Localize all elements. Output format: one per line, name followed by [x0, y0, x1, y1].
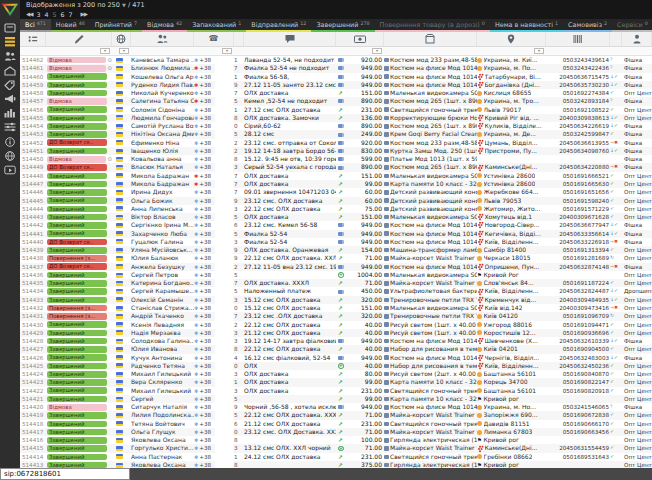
table-row[interactable]: 514442ЗавершенийСергієнко Ірина М...❄+38… [20, 221, 652, 229]
table-row[interactable]: 514445ЗавершенийОльга Божик❄+38923.12 см… [20, 197, 652, 205]
table-row[interactable]: 514430ЗавершенийКсенія Левадняя❄+38222.1… [20, 321, 652, 329]
delivery-address: Житомир, Жито... [484, 205, 541, 213]
tab-Всі[interactable]: Всі471 [20, 19, 51, 32]
table-row[interactable]: 514453ЗавершенийНікітіна Оксана Дми...❄+… [20, 130, 652, 138]
table-row[interactable]: 514433ЗавершенийОлексій Семанін❄+38315.1… [20, 296, 652, 304]
table-row[interactable]: 514456ЗавершенийСоломія Сідоніна❄+38127.… [20, 106, 652, 114]
table-row[interactable]: 514424ЗавершенийМихаил Гилецький❄+383ОЛХ… [20, 370, 652, 378]
table-row[interactable]: 514432Повернення (з...Станіслав Стрижа..… [20, 304, 652, 312]
page-button-3[interactable]: 3 [36, 11, 40, 18]
table-row[interactable]: 514419ЗавершенийЛилия Подолинска...❄+385… [20, 411, 652, 419]
info-icon[interactable] [4, 137, 16, 147]
table-row[interactable]: 514431Повернення (з...Андрій Ткаченко❄+3… [20, 312, 652, 320]
table-row[interactable]: 514461Відмова⊙Близнюк Людмила ...✱+387Фи… [20, 64, 652, 72]
tab-Самовивіз[interactable]: Самовивіз2 [563, 19, 612, 32]
ukraine-flag-icon [116, 339, 123, 344]
phone-column-icon[interactable]: ☎ [194, 32, 234, 46]
table-row[interactable]: 514446ЗавершенийИрина Дидух❄+38709.01 зв… [20, 188, 652, 196]
status-column-icon[interactable] [46, 32, 112, 46]
table-row[interactable]: 514459ЗавершенийРуденко Лидия Пав...✱+38… [20, 81, 652, 89]
table-row[interactable]: 514440ДО Возврат ск..Гуцалюк Галина❄+383… [20, 238, 652, 246]
table-row[interactable]: 514426ЗавершенийКучук Антонина❄+38416.12… [20, 354, 652, 362]
column-filter-dropdown[interactable]: ▾ [534, 48, 544, 54]
table-row[interactable]: 514458ЗавершенийНиколай Кучеренко❄+387ОЛ… [20, 89, 652, 97]
table-row[interactable]: 514436ЗавершенийСергей Петров❄+385₴1004.… [20, 271, 652, 279]
sliders-icon[interactable] [4, 122, 16, 132]
table-row[interactable]: 514414ЗавершенийАнна Пастернак❄+38124.12… [20, 453, 652, 461]
table-row[interactable]: 514454ЗавершенийСамотій Руслана Во...❄+3… [20, 122, 652, 130]
tab-Нема в наявності[interactable]: Нема в наявності1 [490, 19, 563, 32]
table-row[interactable]: 514435ЗавершенийКатерина Богдано...❄+387… [20, 279, 652, 287]
table-row[interactable]: 514462Відмова⊙Каневська Тамара ...❄+381Л… [20, 56, 652, 64]
table-row[interactable]: 514448ЗавершенийМикола Бадражан✱+387ОЛХ … [20, 172, 652, 180]
clients-icon[interactable] [4, 51, 16, 61]
table-row[interactable]: 514428ЗавершенийСолодкова Галина...❄+383… [20, 337, 652, 345]
table-row[interactable]: 514427ЗавершенийЮлия Иванова❄+38822.12 с… [20, 345, 652, 353]
table-row[interactable]: 514449ДО Возврат ск..Власюк Наталья❄+383… [20, 163, 652, 171]
price-column-icon[interactable] [336, 32, 384, 46]
tab-Повернення товару (в дорозі)[interactable]: Повернення товару (в дорозі)0 [375, 19, 490, 32]
store-icon[interactable] [4, 66, 16, 76]
client-column-icon[interactable] [131, 32, 194, 46]
tag-icon[interactable] [4, 80, 16, 90]
tab-Завершений[interactable]: Завершений278 [311, 19, 374, 32]
address-column-icon[interactable] [477, 32, 546, 46]
table-row[interactable]: 514434ЗавершенийСергей Карамыше...❄+385Н… [20, 287, 652, 295]
tab-Відмова[interactable]: Відмова42 [142, 19, 187, 32]
table-row[interactable]: 514416ЗавершенийЯковлева Оксана❄+388↗100… [20, 436, 652, 444]
video-icon[interactable] [4, 165, 16, 175]
table-row[interactable]: 514447ЗавершенийМикола Бадражан✱+387ОЛХ … [20, 180, 652, 188]
order-id: 514441 [20, 230, 46, 238]
first-page-button[interactable]: ◀◀ [26, 10, 32, 19]
table-row[interactable]: 514452ДО Возврат ск..Єфименко Ніна❄+3822… [20, 139, 652, 147]
table-row[interactable]: 514438Повернення (з...Юлия Баланюк❄+3892… [20, 254, 652, 262]
table-row[interactable]: 514437ДО Возврат ск..Анжела Безушку❄+382… [20, 263, 652, 271]
table-row[interactable]: 514444ЗавершенийАнна Липенська❄+38322.12… [20, 205, 652, 213]
tab-Запакований[interactable]: Запакований1 [187, 19, 246, 32]
table-row[interactable]: 514441ЗавершенийЗахарченко Люба❄+385Фиал… [20, 230, 652, 238]
tab-Прийнятий[interactable]: Прийнятий7 [90, 19, 142, 32]
page-button-5[interactable]: 5 [53, 11, 57, 18]
table-row[interactable]: 514425ЗавершенийРадченко Тетяна❄+380ОЛХ₴… [20, 362, 652, 370]
table-row[interactable]: 514439ЗавершенийУляна Мусійовськ...❄+389… [20, 246, 652, 254]
product-column-icon[interactable] [384, 32, 477, 46]
table-row[interactable]: 514429ЗавершенийНадія Мерзаєва❄+38321.12… [20, 329, 652, 337]
table-row[interactable]: 514421ЗавершенийСергей❄+385↗99.00Карта п… [20, 395, 652, 403]
tab-Відправлений[interactable]: Відправлений12 [246, 19, 311, 32]
megaphone-icon[interactable] [4, 94, 16, 104]
table-row[interactable]: 514418ЗавершенийТетяна Войтович❄+38621.1… [20, 420, 652, 428]
page-button-6[interactable]: 6 [61, 11, 65, 18]
id-column-icon[interactable] [20, 32, 46, 46]
table-row[interactable]: 514450Відмова⊙Ковальова анна❄+38815.12. … [20, 155, 652, 163]
tab-Сервіси[interactable]: Сервіси0 [612, 19, 652, 32]
globe-icon[interactable] [4, 151, 16, 161]
table-row[interactable]: 514455ЗавершенийЛюдмила Гончарова❄+388ОЛ… [20, 114, 652, 122]
table-row[interactable]: 514460ЗавершенийКошелева Ольга Ар...❄+38… [20, 73, 652, 81]
range-dropdown-icon[interactable]: ▼ [122, 2, 126, 8]
table-row[interactable]: 514415ЗавершенийГоргулько Христи...❄+383… [20, 444, 652, 452]
ukraine-flag-icon [116, 157, 123, 162]
chart-icon[interactable] [4, 108, 16, 118]
dashboard-icon[interactable] [4, 23, 16, 33]
column-filter-dropdown[interactable]: ▾ [119, 48, 129, 54]
tracking-column-icon[interactable] [546, 32, 610, 46]
column-filter-dropdown[interactable]: ▾ [100, 48, 110, 54]
country-column-icon[interactable] [112, 32, 131, 46]
page-button-7[interactable]: 7 [69, 11, 73, 18]
page-button-4[interactable]: 4 [44, 11, 48, 18]
column-filter-dropdown[interactable]: ▾ [222, 48, 232, 54]
table-row[interactable]: 514417ЗавершенийОльга Глущук❄+38023.12 с… [20, 428, 652, 436]
table-row[interactable]: 514423ЗавершенийВера Скляренко❄+381ОЛХ д… [20, 378, 652, 386]
table-row[interactable]: 514420ВідмоваСитарчук Наталія❄+389Чорний… [20, 403, 652, 411]
orders-icon[interactable] [4, 37, 16, 47]
comment-column-icon[interactable] [244, 32, 336, 46]
app-logo[interactable] [2, 2, 18, 17]
last-page-button[interactable]: ▶▶ [81, 10, 87, 19]
table-row[interactable]: 514451ЗавершенийІващенко Юлія❄+38219.12 … [20, 147, 652, 155]
column-filter-dropdown[interactable]: ▾ [372, 48, 382, 54]
table-row[interactable]: 514422ЗавершенийМихаил Гилецький❄+383ОЛХ… [20, 387, 652, 395]
table-row[interactable]: 514457ВідмоваСалегина Татьяна С...✱+385К… [20, 97, 652, 105]
tab-Новий[interactable]: Новий48 [51, 19, 90, 32]
table-row[interactable]: 514443ЗавершенийВіктор Власов❄+385ОЛХ до… [20, 213, 652, 221]
source-column-icon[interactable] [622, 32, 652, 46]
